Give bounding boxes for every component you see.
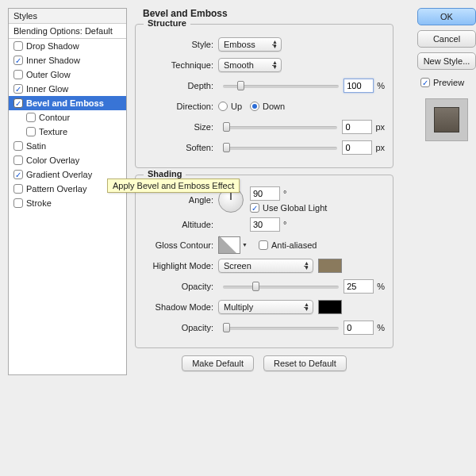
blending-options[interactable]: Blending Options: Default bbox=[9, 24, 126, 39]
direction-up-radio[interactable] bbox=[218, 102, 228, 111]
style-checkbox[interactable]: ✓ bbox=[13, 56, 23, 65]
highlight-opacity-slider[interactable] bbox=[223, 281, 339, 292]
antialiased-label: Anti-aliased bbox=[271, 240, 317, 250]
highlight-color-swatch[interactable] bbox=[318, 259, 342, 273]
style-item-label: Color Overlay bbox=[26, 155, 79, 165]
shadow-mode-label: Shadow Mode: bbox=[144, 302, 218, 312]
style-item-inner-glow[interactable]: ✓Inner Glow bbox=[9, 82, 126, 96]
direction-down-radio[interactable] bbox=[250, 102, 259, 111]
shading-group: Shading Angle: ° ✓ Use Global Light Alti… bbox=[135, 175, 393, 348]
style-item-label: Drop Shadow bbox=[26, 41, 79, 51]
style-item-texture[interactable]: Texture bbox=[9, 125, 126, 139]
gloss-contour-label: Gloss Contour: bbox=[144, 240, 218, 250]
soften-slider[interactable] bbox=[223, 142, 337, 153]
style-item-bevel-and-emboss[interactable]: ✓Bevel and Emboss bbox=[9, 96, 126, 110]
altitude-label: Altitude: bbox=[144, 220, 218, 229]
size-unit: px bbox=[375, 122, 385, 132]
section-title: Bevel and Emboss bbox=[143, 8, 395, 19]
altitude-unit: ° bbox=[283, 220, 286, 229]
depth-slider[interactable] bbox=[223, 80, 339, 91]
style-item-label: Pattern Overlay bbox=[26, 184, 86, 194]
shadow-color-swatch[interactable] bbox=[318, 300, 342, 314]
shading-legend: Shading bbox=[144, 169, 186, 178]
right-panel: OK Cancel New Style... ✓ Preview bbox=[417, 8, 476, 141]
style-item-label: Bevel and Emboss bbox=[26, 98, 104, 108]
style-checkbox[interactable] bbox=[26, 113, 36, 122]
size-slider[interactable] bbox=[223, 121, 337, 132]
preview-label: Preview bbox=[433, 78, 464, 87]
size-input[interactable] bbox=[342, 120, 372, 134]
style-checkbox[interactable] bbox=[13, 70, 23, 79]
size-label: Size: bbox=[144, 122, 218, 132]
structure-group: Structure Style: Emboss ▲▼ Technique: Sm… bbox=[135, 24, 393, 168]
style-checkbox[interactable] bbox=[26, 127, 36, 136]
style-checkbox[interactable] bbox=[13, 184, 23, 194]
make-default-button[interactable]: Make Default bbox=[182, 355, 254, 371]
shadow-mode-select[interactable]: Multiply ▲▼ bbox=[218, 300, 313, 314]
chevron-down-icon[interactable]: ▼ bbox=[242, 243, 248, 248]
style-checkbox[interactable] bbox=[13, 141, 23, 151]
depth-unit: % bbox=[377, 81, 385, 90]
style-checkbox[interactable] bbox=[13, 41, 23, 51]
preview-checkbox[interactable]: ✓ bbox=[420, 78, 430, 87]
style-item-satin[interactable]: Satin bbox=[9, 139, 126, 153]
style-item-label: Outer Glow bbox=[26, 70, 71, 79]
soften-unit: px bbox=[375, 143, 385, 152]
depth-input[interactable] bbox=[344, 79, 374, 93]
angle-input[interactable] bbox=[250, 186, 280, 201]
highlight-mode-select[interactable]: Screen ▲▼ bbox=[218, 259, 313, 273]
style-item-outer-glow[interactable]: Outer Glow bbox=[9, 67, 126, 82]
new-style-button[interactable]: New Style... bbox=[417, 52, 476, 70]
style-item-contour[interactable]: Contour bbox=[9, 110, 126, 125]
style-item-color-overlay[interactable]: Color Overlay bbox=[9, 153, 126, 167]
shadow-opacity-label: Opacity: bbox=[144, 323, 218, 332]
preview-thumbnail bbox=[425, 98, 468, 141]
direction-down-label: Down bbox=[263, 102, 285, 111]
style-item-label: Stroke bbox=[26, 198, 52, 208]
depth-label: Depth: bbox=[144, 81, 218, 90]
style-checkbox[interactable]: ✓ bbox=[13, 170, 23, 179]
ok-button[interactable]: OK bbox=[417, 8, 476, 25]
technique-select[interactable]: Smooth ▲▼ bbox=[218, 58, 282, 72]
style-item-label: Satin bbox=[26, 141, 46, 151]
highlight-opacity-input[interactable] bbox=[344, 279, 374, 294]
structure-legend: Structure bbox=[144, 18, 190, 28]
style-item-label: Gradient Overlay bbox=[26, 170, 92, 179]
angle-label: Angle: bbox=[144, 195, 218, 205]
style-checkbox[interactable] bbox=[13, 155, 23, 165]
shadow-opacity-slider[interactable] bbox=[223, 322, 339, 333]
shadow-opacity-input[interactable] bbox=[344, 321, 374, 335]
soften-label: Soften: bbox=[144, 143, 218, 152]
style-select[interactable]: Emboss ▲▼ bbox=[218, 37, 282, 52]
global-light-checkbox[interactable]: ✓ bbox=[250, 203, 259, 213]
tooltip: Apply Bevel and Emboss Effect bbox=[107, 178, 240, 193]
style-item-label: Contour bbox=[39, 113, 70, 122]
global-light-label: Use Global Light bbox=[263, 203, 327, 213]
direction-label: Direction: bbox=[144, 102, 218, 111]
style-checkbox[interactable]: ✓ bbox=[13, 84, 23, 94]
style-item-stroke[interactable]: Stroke bbox=[9, 196, 126, 210]
reset-default-button[interactable]: Reset to Default bbox=[263, 355, 347, 371]
style-item-label: Inner Shadow bbox=[26, 56, 80, 65]
antialiased-checkbox[interactable] bbox=[259, 240, 268, 250]
angle-unit: ° bbox=[283, 189, 286, 198]
style-checkbox[interactable] bbox=[13, 198, 23, 208]
styles-header: Styles bbox=[9, 9, 126, 24]
cancel-button[interactable]: Cancel bbox=[417, 30, 476, 48]
direction-up-label: Up bbox=[231, 102, 242, 111]
style-item-label: Texture bbox=[39, 127, 67, 136]
highlight-opacity-label: Opacity: bbox=[144, 282, 218, 291]
altitude-input[interactable] bbox=[250, 217, 280, 232]
soften-input[interactable] bbox=[342, 140, 372, 155]
style-item-inner-shadow[interactable]: ✓Inner Shadow bbox=[9, 53, 126, 67]
technique-label: Technique: bbox=[144, 60, 218, 70]
gloss-contour-picker[interactable] bbox=[218, 236, 240, 254]
style-checkbox[interactable]: ✓ bbox=[13, 98, 23, 108]
style-label: Style: bbox=[144, 40, 218, 49]
style-item-drop-shadow[interactable]: Drop Shadow bbox=[9, 39, 126, 53]
style-item-label: Inner Glow bbox=[26, 84, 68, 94]
highlight-mode-label: Highlight Mode: bbox=[144, 261, 218, 271]
